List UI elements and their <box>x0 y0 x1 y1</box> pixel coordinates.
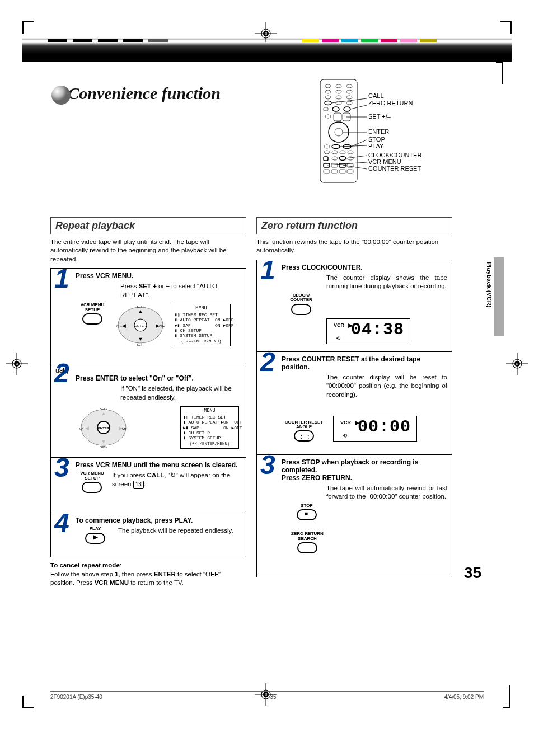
svg-rect-53 <box>324 163 330 167</box>
thumb-tab-label: Playback (VCR) <box>486 262 493 307</box>
step-2: 2 Press COUNTER RESET at the desired tap… <box>256 351 452 455</box>
section-heading-repeat: Repeat playback <box>50 217 246 234</box>
svg-point-36 <box>344 107 350 111</box>
svg-rect-54 <box>331 163 338 167</box>
step-number-icon: 1 <box>54 265 69 292</box>
step-1: 1 Press CLOCK/COUNTER. The counter displ… <box>256 260 452 352</box>
header-black-band <box>22 42 512 62</box>
svg-point-26 <box>336 90 341 93</box>
svg-text:CH+: CH+ <box>159 325 165 328</box>
svg-point-51 <box>339 157 346 161</box>
stop-button-icon: STOP <box>287 504 326 520</box>
step-number-icon: 2 <box>54 360 69 387</box>
play-button-icon: PLAY <box>76 527 115 543</box>
remote-control-diagram: CALL ZERO RETURN SET +/– ENTER STOP PLAY… <box>319 78 476 186</box>
svg-line-69 <box>343 165 367 169</box>
step-title: Press STOP when playback or recording is… <box>282 458 447 482</box>
print-footer: 2F90201A (E)p35-40 35 4/4/05, 9:02 PM <box>50 691 484 700</box>
crop-mark-icon <box>500 21 512 34</box>
step-4: 4 To commence playback, press PLAY. PLAY… <box>50 513 246 557</box>
svg-text:▲: ▲ <box>138 308 143 314</box>
page-number: 35 <box>464 564 481 582</box>
remote-label: COUNTER RESET <box>368 165 421 172</box>
svg-text:ENTER: ENTER <box>98 426 110 430</box>
remote-label: PLAY <box>368 143 384 149</box>
svg-point-48 <box>348 151 353 154</box>
svg-text:CH–: CH– <box>116 325 122 328</box>
zero-return-button-icon: ZERO RETURN SEARCH <box>285 532 330 553</box>
remote-label: VCR MENU <box>368 158 401 165</box>
remote-label: SET +/– <box>368 113 391 120</box>
osd-menu: MENU ▮▯ TIMER REC SET ▮ AUTO REPEAT ▶ON … <box>180 406 239 448</box>
crop-mark-icon <box>22 696 34 708</box>
lcd-display: VCR ▶ ⟲ 04:38 <box>326 318 410 344</box>
intro-text: This function rewinds the tape to the "0… <box>256 238 452 255</box>
svg-point-27 <box>346 90 352 93</box>
dpad-enter-icon: ENTER ▲ ▼ ◀ ▶ CH– CH+ SET+ SET– <box>76 405 140 452</box>
osd-menu: MENU ▮▯ TIMER REC SET ▮ AUTO REPEAT ON ▶… <box>172 304 231 346</box>
lcd-display: VCR ▶ ⟲ 00:00 <box>333 416 417 442</box>
step-instruction: The playback will be repeated endlessly. <box>118 527 233 536</box>
footer-filename: 2F90201A (E)p35-40 <box>50 694 102 700</box>
svg-text:▼: ▼ <box>138 336 143 342</box>
svg-text:SET+: SET+ <box>100 407 107 411</box>
svg-point-47 <box>340 151 345 154</box>
footer-timestamp: 4/4/05, 9:02 PM <box>444 694 484 700</box>
svg-point-37 <box>325 115 331 118</box>
svg-point-29 <box>336 96 341 99</box>
svg-point-31 <box>325 101 331 105</box>
registration-mark-icon <box>255 22 277 45</box>
svg-point-41 <box>335 128 343 136</box>
remote-label: ZERO RETURN <box>368 100 413 106</box>
svg-point-23 <box>336 84 341 88</box>
cancel-note: To cancel repeat mode: Follow the above … <box>50 561 241 588</box>
svg-point-24 <box>346 84 352 88</box>
svg-rect-34 <box>324 107 328 111</box>
step-title: Press ENTER to select "On" or "Off". <box>76 374 241 382</box>
svg-point-33 <box>346 101 352 105</box>
counter-reset-button-icon: COUNTER RESET ANGLE <box>282 420 326 442</box>
step-3: 3 Press VCR MENU until the menu screen i… <box>50 457 246 513</box>
remote-label: STOP <box>368 136 385 143</box>
svg-point-43 <box>332 145 340 149</box>
left-column: Repeat playback The entire video tape wi… <box>50 217 246 588</box>
step-title: Press COUNTER RESET at the desired tape … <box>282 355 447 371</box>
step-1: 1 Press VCR MENU. Press SET + or – to se… <box>50 268 246 363</box>
step-instruction: Press SET + or – to select "AUTO REPEAT"… <box>120 282 241 299</box>
svg-text:▲: ▲ <box>101 411 106 416</box>
svg-text:SET+: SET+ <box>137 305 144 308</box>
step-3: 3 Press STOP when playback or recording … <box>256 454 452 577</box>
step-title: Press CLOCK/COUNTER. <box>282 264 447 271</box>
svg-text:CH+: CH+ <box>122 427 128 430</box>
svg-text:CH–: CH– <box>79 427 85 430</box>
svg-rect-38 <box>334 113 341 121</box>
svg-point-25 <box>325 90 331 93</box>
svg-point-45 <box>324 151 330 154</box>
page-title: Convenience function <box>68 84 221 102</box>
vcr-menu-button-icon: VCR MENU SETUP <box>76 303 109 325</box>
svg-point-46 <box>332 151 338 154</box>
step-title: Press VCR MENU until the menu screen is … <box>76 461 241 469</box>
registration-mark-left-icon <box>6 353 28 375</box>
step-number-icon: 4 <box>54 510 69 537</box>
svg-rect-59 <box>339 170 345 173</box>
step-title: To commence playback, press PLAY. <box>76 516 241 524</box>
crop-mark-icon <box>22 21 34 34</box>
svg-rect-60 <box>347 170 353 173</box>
step-title: Press VCR MENU. <box>76 272 241 280</box>
registration-mark-right-icon <box>506 353 528 375</box>
intro-text: The entire video tape will play until it… <box>50 238 246 264</box>
svg-point-50 <box>332 157 338 160</box>
dpad-icon: ENTER ▲ ▼ ◀ ▶ CH– CH+ SET+ SET– <box>113 303 168 349</box>
step-instruction: The counter display will be reset to "00… <box>326 373 447 400</box>
right-column: Zero return function This function rewin… <box>256 217 452 588</box>
svg-point-52 <box>348 157 353 160</box>
svg-point-42 <box>324 145 330 148</box>
svg-rect-58 <box>331 170 338 173</box>
svg-point-22 <box>325 84 331 88</box>
step-number-icon: 2 <box>260 349 275 375</box>
svg-point-30 <box>346 96 352 99</box>
remote-label: CLOCK/COUNTER <box>368 152 421 158</box>
sphere-bullet-icon <box>50 84 72 106</box>
svg-text:ENTER: ENTER <box>135 324 147 327</box>
